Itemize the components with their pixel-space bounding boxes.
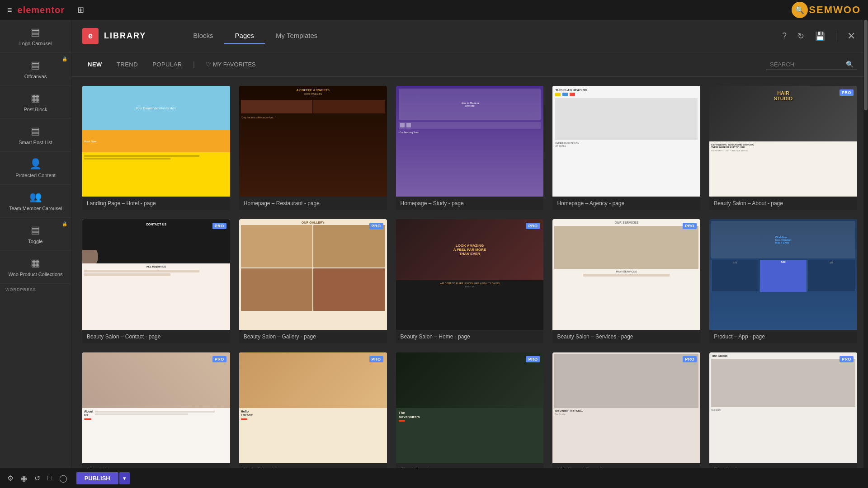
sidebar-item-logo-carousel[interactable]: ▤ Logo Carousel	[0, 20, 71, 53]
header-divider	[836, 31, 836, 42]
template-label: Beauty Salon – Contact - page	[82, 330, 230, 343]
library-header: e LIBRARY Blocks Pages My Templates ? ↻ …	[71, 20, 868, 52]
template-label: Beauty Salon – Services - page	[552, 330, 700, 343]
sidebar-item-label: Smart Post List	[19, 140, 52, 145]
sidebar-item-label: Protected Content	[15, 173, 56, 178]
template-card-agency[interactable]: THIS IS AN HEADING EXPERIENCE DESIGNAT S…	[552, 86, 700, 210]
lock-icon: 🔒	[62, 221, 67, 226]
template-label: Product – App - page	[709, 330, 857, 343]
template-preview-about2: PRO AboutUs	[82, 352, 230, 463]
pro-badge: PRO	[683, 223, 697, 229]
template-label: Homepage – Restaurant - page	[239, 197, 387, 210]
library-logo: e	[82, 28, 99, 44]
publish-dropdown-button[interactable]: ▾	[119, 472, 130, 484]
template-preview-hello: PRO HelloFriends!	[239, 352, 387, 463]
template-label: The Studio - page	[709, 463, 857, 468]
template-preview-hotel: Your Dream Vacation Is Here Book Now	[82, 86, 230, 197]
publish-button[interactable]: PUBLISH	[76, 472, 118, 484]
template-preview-agency: THIS IS AN HEADING EXPERIENCE DESIGNAT S…	[552, 86, 700, 197]
template-preview-dance: PRO 810 Dance Floor Stu... The Studio	[552, 352, 700, 463]
sidebar-item-protected-content[interactable]: 👤 Protected Content	[0, 152, 71, 185]
pro-badge: PRO	[212, 356, 226, 362]
template-card-about2[interactable]: PRO AboutUs	[82, 352, 230, 468]
filter-new[interactable]: NEW	[82, 59, 108, 70]
tab-pages[interactable]: Pages	[224, 28, 265, 44]
scrollbar-thumb[interactable]	[864, 20, 868, 110]
template-card-hotel[interactable]: Your Dream Vacation Is Here Book Now Lan…	[82, 86, 230, 210]
top-bar: ≡ elementor ⊞ 🔍 SEMWOO	[0, 0, 868, 20]
help-icon[interactable]: ?	[780, 29, 788, 42]
template-card-restaurant[interactable]: A COFFEE & SWEETS OUR SWEETS "Only the b…	[239, 86, 387, 210]
sidebar-item-offcanvas[interactable]: ▤ Offcanvas 🔒	[0, 53, 71, 86]
search-input[interactable]	[770, 61, 842, 68]
template-preview-services: PRO OUR SERVICES HAIR SERVICES	[552, 219, 700, 330]
template-card-studio[interactable]: PRO The Studio Our Story The Studio - pa…	[709, 352, 857, 468]
template-label: Landing Page – Hotel - page	[82, 197, 230, 210]
settings-icon[interactable]: ⚙	[5, 472, 15, 484]
filter-separator: |	[193, 61, 195, 69]
template-card-services[interactable]: PRO OUR SERVICES HAIR SERVICES Beauty Sa…	[552, 219, 700, 343]
template-label: 810 Dance Floor Stu... - page	[552, 463, 700, 468]
pro-badge: PRO	[369, 223, 383, 229]
template-card-study[interactable]: How to Make aWebsite Our Teaching Team H…	[396, 86, 544, 210]
protected-icon: 👤	[29, 158, 42, 170]
pro-badge: PRO	[526, 223, 540, 229]
template-grid-area[interactable]: Your Dream Vacation Is Here Book Now Lan…	[71, 77, 868, 468]
pro-badge: PRO	[212, 223, 226, 229]
sidebar-item-label: Offcanvas	[24, 74, 47, 79]
grid-icon[interactable]: ⊞	[77, 5, 84, 15]
smart-post-icon: ▤	[31, 125, 40, 137]
search-circle-icon: 🔍	[792, 2, 808, 18]
tab-my-templates[interactable]: My Templates	[265, 28, 328, 44]
refresh-icon[interactable]: ↻	[796, 29, 806, 43]
template-preview-app: WorkflowOptimizationMade Easy $19 $49 $9…	[709, 219, 857, 330]
scrollbar-track[interactable]	[863, 20, 868, 468]
sidebar-item-post-block[interactable]: ▦ Post Block	[0, 86, 71, 119]
save-icon[interactable]: 💾	[813, 29, 827, 43]
sidebar: ▤ Logo Carousel ▤ Offcanvas 🔒 ▦ Post Blo…	[0, 20, 71, 468]
post-block-icon: ▦	[31, 92, 40, 104]
template-label: Homepage – Agency - page	[552, 197, 700, 210]
template-card-adventurers[interactable]: PRO TheAdventurers The Adventurers - pag…	[396, 352, 544, 468]
sidebar-item-label: Woo Product Collections	[8, 272, 62, 277]
sidebar-item-label: Team Member Carousel	[9, 206, 62, 211]
template-card-gallery[interactable]: PRO OUR GALLERY Beauty Salon – Gallery -…	[239, 219, 387, 343]
sidebar-item-label: Post Block	[24, 107, 47, 112]
search-icon[interactable]: 🔍	[846, 61, 854, 68]
history-icon[interactable]: ↺	[33, 472, 42, 484]
template-card-dance[interactable]: PRO 810 Dance Floor Stu... The Studio 81…	[552, 352, 700, 468]
favorites-button[interactable]: ♡ MY FAVORITES	[200, 59, 261, 70]
sidebar-item-toggle[interactable]: ▤ Toggle 🔒	[0, 218, 71, 251]
template-card-contact[interactable]: PRO CONTACT US ALL INQUIRIES	[82, 219, 230, 343]
template-label: Hello Friends! - page	[239, 463, 387, 468]
template-label: The Adventurers - page	[396, 463, 544, 468]
search-box: 🔍	[766, 59, 857, 70]
template-preview-contact: PRO CONTACT US ALL INQUIRIES	[82, 219, 230, 330]
menu-icon[interactable]: ≡	[7, 5, 12, 15]
template-preview-about-salon: PRO HAIRSTUDIO EMPOWERING WOMEN AND BRIN…	[709, 86, 857, 197]
sidebar-item-smart-post-list[interactable]: ▤ Smart Post List	[0, 119, 71, 152]
template-card-hello[interactable]: PRO HelloFriends! Hello Friends! - page	[239, 352, 387, 468]
sidebar-item-team-member[interactable]: 👥 Team Member Carousel	[0, 185, 71, 218]
filter-trend[interactable]: TREND	[111, 59, 143, 70]
template-card-about-salon[interactable]: PRO HAIRSTUDIO EMPOWERING WOMEN AND BRIN…	[709, 86, 857, 210]
pro-badge: PRO	[526, 356, 540, 362]
template-preview-restaurant: A COFFEE & SWEETS OUR SWEETS "Only the b…	[239, 86, 387, 197]
close-button[interactable]: ✕	[845, 28, 857, 44]
template-card-home-beauty[interactable]: PRO LOOK AMAZINGA FEEL FAR MORETHAN EVER…	[396, 219, 544, 343]
template-card-app[interactable]: WorkflowOptimizationMade Easy $19 $49 $9…	[709, 219, 857, 343]
pro-badge: PRO	[840, 356, 854, 362]
filter-popular[interactable]: POPULAR	[147, 59, 188, 70]
tab-blocks[interactable]: Blocks	[182, 28, 224, 44]
semwoo-text: SEMWOO	[809, 4, 861, 16]
template-preview-study: How to Make aWebsite Our Teaching Team	[396, 86, 544, 197]
pro-badge: PRO	[840, 89, 854, 96]
sidebar-item-woo-product[interactable]: ▦ Woo Product Collections	[0, 251, 71, 284]
dot-icon[interactable]: ◯	[57, 472, 69, 484]
template-preview-home-beauty: PRO LOOK AMAZINGA FEEL FAR MORETHAN EVER…	[396, 219, 544, 330]
responsive-icon[interactable]: ◉	[19, 472, 29, 484]
sidebar-item-label: Toggle	[28, 239, 42, 244]
template-preview-gallery: PRO OUR GALLERY	[239, 219, 387, 330]
template-label: Beauty Salon – Home - page	[396, 330, 544, 343]
preview-icon[interactable]: □	[46, 472, 54, 484]
